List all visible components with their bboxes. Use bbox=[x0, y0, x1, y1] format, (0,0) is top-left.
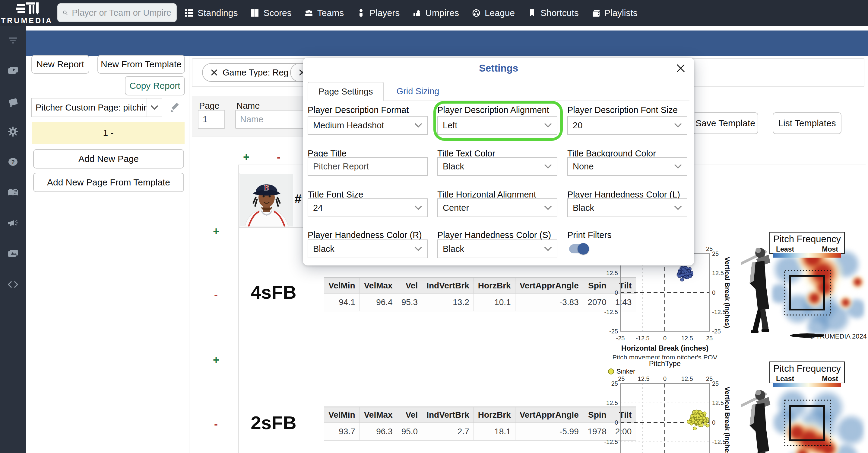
table-row: 94.196.495.313.210.1-3.8320701:43 bbox=[324, 293, 636, 311]
nav-item-umpires[interactable]: Umpires bbox=[412, 8, 459, 18]
col-header-HorzBrk: HorzBrk bbox=[473, 278, 515, 293]
svg-text:12.5: 12.5 bbox=[712, 400, 724, 406]
pitch-type-label-4sFB: 4sFB bbox=[245, 281, 302, 303]
stat-value: 95.0 bbox=[397, 423, 422, 441]
pitch-movement-2sFB-scatter-plot: -25-25-25-12.5-12.5-12.500012.512.512.52… bbox=[603, 359, 730, 453]
save-template-button[interactable]: Save Template bbox=[692, 112, 758, 134]
chevron-down-icon bbox=[674, 205, 682, 210]
megaphone-icon[interactable] bbox=[0, 218, 26, 229]
global-search-input[interactable]: Player or Team or Umpire bbox=[57, 3, 177, 22]
add-section-button[interactable]: + bbox=[213, 355, 219, 365]
svg-text:0: 0 bbox=[663, 375, 666, 382]
legend-least-label: Least bbox=[776, 375, 794, 383]
legend-most-label: Most bbox=[822, 375, 838, 383]
player-handedness-color-s-select[interactable]: Black bbox=[437, 239, 557, 258]
player-description-alignment-select[interactable]: Left bbox=[437, 116, 557, 135]
remove-row-button[interactable]: - bbox=[277, 151, 280, 163]
page-number-input[interactable] bbox=[198, 110, 225, 129]
nav-item-playlists[interactable]: Playlists bbox=[591, 8, 638, 18]
svg-text:-25: -25 bbox=[609, 328, 618, 335]
svg-text:?: ? bbox=[11, 159, 15, 165]
nav-item-label: Playlists bbox=[604, 8, 638, 18]
chevron-down-icon bbox=[674, 164, 682, 169]
chevron-down-icon bbox=[414, 123, 422, 128]
remove-section-button[interactable]: - bbox=[214, 419, 218, 429]
page-title-input[interactable] bbox=[308, 157, 428, 176]
remove-filter-icon[interactable] bbox=[211, 69, 218, 76]
svg-text:25: 25 bbox=[706, 335, 713, 342]
print-filters-toggle[interactable] bbox=[569, 244, 587, 253]
report-select[interactable]: Pitcher Custom Page: pitching -... bbox=[31, 98, 162, 117]
legend-gradient-bar bbox=[773, 253, 841, 258]
tab-page-settings[interactable]: Page Settings bbox=[308, 82, 384, 101]
svg-text:12.5: 12.5 bbox=[681, 335, 693, 342]
stat-value: 94.1 bbox=[324, 293, 360, 311]
nav-item-label: Scores bbox=[263, 8, 291, 18]
stat-value: 18.1 bbox=[473, 423, 515, 441]
players-icon bbox=[356, 8, 366, 18]
add-section-button[interactable]: + bbox=[213, 226, 219, 237]
stat-value: 10.1 bbox=[473, 293, 515, 311]
nav-item-league[interactable]: League bbox=[472, 8, 515, 18]
add-new-page-button[interactable]: Add New Page bbox=[33, 149, 184, 169]
edit-report-pencil-icon[interactable] bbox=[169, 102, 181, 114]
video-playlist-icon[interactable] bbox=[0, 65, 26, 77]
chevron-down-icon bbox=[544, 247, 552, 251]
player-description-font-size-select[interactable]: 20 bbox=[567, 116, 687, 135]
svg-text:PitchType: PitchType bbox=[649, 359, 681, 368]
nav-item-scores[interactable]: Scores bbox=[250, 8, 291, 18]
title-background-color-select[interactable]: None bbox=[567, 157, 687, 176]
title-text-color-select[interactable]: Black bbox=[437, 157, 557, 176]
col-header-VertApprAngle: VertApprAngle bbox=[515, 407, 583, 423]
page-list-row-1[interactable]: 1 - bbox=[32, 122, 185, 144]
trumedia-logo[interactable]: TRUMEDIA bbox=[0, 0, 54, 26]
svg-text:0: 0 bbox=[615, 419, 618, 426]
svg-text:25: 25 bbox=[712, 250, 719, 257]
gear-icon[interactable] bbox=[0, 125, 26, 138]
list-templates-button[interactable]: List Templates bbox=[773, 112, 841, 134]
whiteboard-icon[interactable] bbox=[0, 96, 26, 108]
svg-text:12.5: 12.5 bbox=[606, 400, 618, 406]
player-handedness-color-l-select[interactable]: Black bbox=[567, 198, 687, 217]
brand-name: TRUMEDIA bbox=[0, 16, 54, 25]
pitch-frequency-4sFB-heatmap: Pitch FrequencyLeastMost© TRUMEDIA 2024 bbox=[741, 225, 868, 341]
col-header-VelMax: VelMax bbox=[360, 278, 397, 293]
add-new-page-from-template-button[interactable]: Add New Page From Template bbox=[33, 173, 184, 192]
add-row-button[interactable]: + bbox=[243, 151, 249, 163]
code-icon[interactable] bbox=[0, 278, 26, 290]
nav-item-teams[interactable]: Teams bbox=[304, 8, 344, 18]
title-horizontal-alignment-select[interactable]: Center bbox=[437, 198, 557, 217]
pitch-frequency-2sFB-heatmap: Pitch FrequencyLeastMost bbox=[741, 358, 868, 453]
nav-item-shortcuts[interactable]: Shortcuts bbox=[527, 8, 579, 18]
stat-value: 13.2 bbox=[422, 293, 474, 311]
new-from-template-button[interactable]: New From Template bbox=[97, 55, 185, 74]
player-description-format-select[interactable]: Medium Headshot bbox=[308, 116, 428, 135]
legend-extremes: LeastMost bbox=[773, 245, 841, 253]
remove-section-button[interactable]: - bbox=[214, 289, 218, 300]
title-font-size-value: 24 bbox=[313, 203, 323, 213]
legend-most-label: Most bbox=[822, 245, 838, 253]
copy-report-button[interactable]: Copy Report bbox=[125, 76, 185, 95]
images-icon[interactable] bbox=[0, 248, 26, 260]
chevron-down-icon bbox=[544, 123, 552, 128]
new-report-button[interactable]: New Report bbox=[31, 55, 89, 74]
close-icon[interactable] bbox=[676, 63, 686, 74]
chevron-down-icon bbox=[414, 247, 422, 251]
help-icon[interactable]: ? bbox=[0, 156, 26, 168]
nav-item-standings[interactable]: Standings bbox=[185, 8, 238, 18]
legend-gradient-bar bbox=[773, 383, 841, 387]
pitch-frequency-legend: Pitch FrequencyLeastMost bbox=[769, 362, 845, 383]
svg-text:12.5: 12.5 bbox=[606, 270, 618, 276]
chevron-down-icon bbox=[147, 98, 162, 117]
nav-item-players[interactable]: Players bbox=[356, 8, 400, 18]
nav-item-label: Umpires bbox=[425, 8, 459, 18]
book-icon[interactable] bbox=[0, 187, 26, 199]
svg-text:B: B bbox=[264, 183, 269, 192]
tab-grid-sizing[interactable]: Grid Sizing bbox=[397, 86, 439, 96]
filter-icon[interactable] bbox=[0, 34, 26, 47]
svg-text:-25: -25 bbox=[616, 335, 625, 342]
pitch-frequency-legend: Pitch FrequencyLeastMost bbox=[769, 232, 845, 254]
player-description-format-label: Player Description Format bbox=[308, 105, 409, 115]
player-handedness-color-r-select[interactable]: Black bbox=[308, 239, 428, 258]
title-font-size-select[interactable]: 24 bbox=[308, 198, 428, 217]
